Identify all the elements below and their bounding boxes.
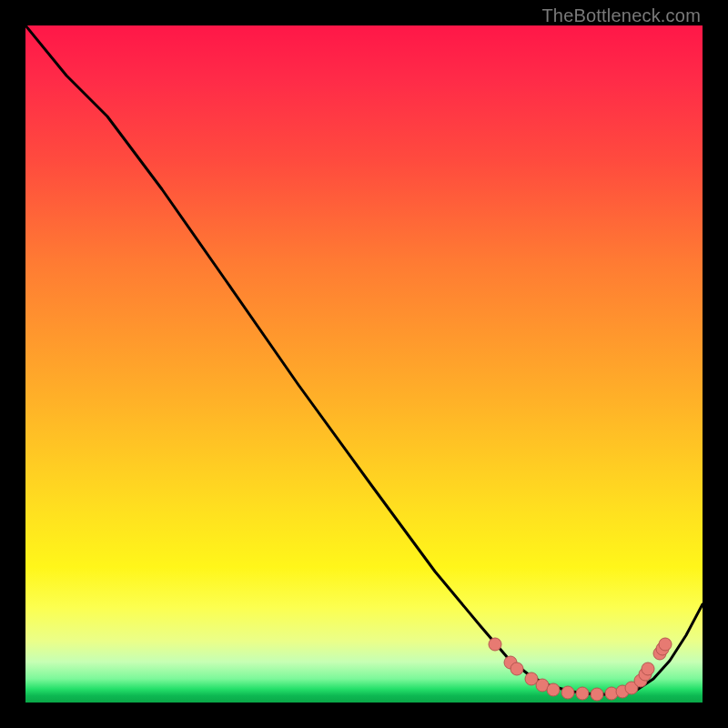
plot-area — [25, 25, 703, 703]
curve-markers — [489, 638, 672, 701]
curve-marker — [576, 687, 589, 700]
curve-marker — [489, 638, 501, 651]
curve-layer — [25, 25, 703, 703]
curve-marker — [511, 662, 523, 675]
bottleneck-curve — [25, 25, 703, 694]
curve-marker — [591, 688, 603, 701]
attribution-text: TheBottleneck.com — [541, 5, 701, 26]
chart-stage: TheBottleneck.com — [0, 0, 728, 728]
curve-marker — [561, 686, 574, 699]
curve-marker — [642, 662, 654, 675]
curve-marker — [547, 683, 560, 696]
curve-marker — [659, 638, 672, 651]
